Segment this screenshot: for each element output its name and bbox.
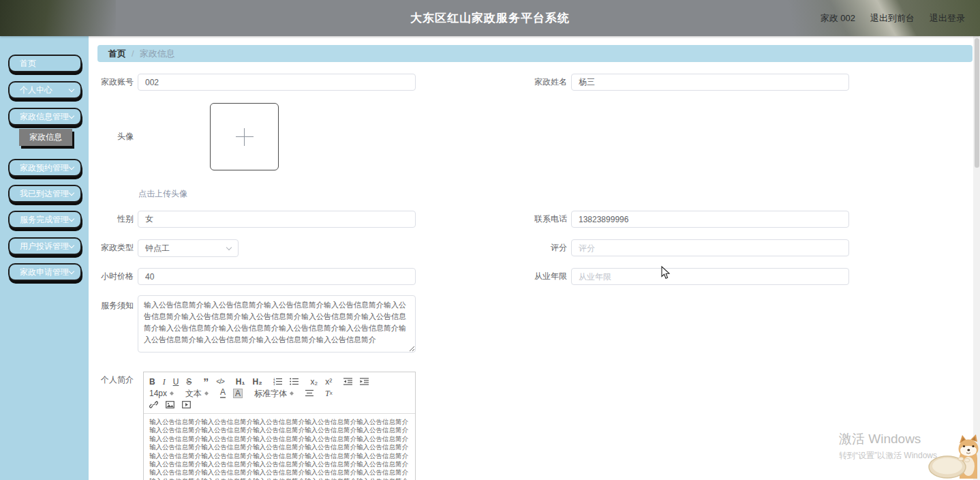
subscript-icon[interactable]: x₂: [310, 378, 318, 386]
profile-label: 个人简介: [79, 372, 134, 389]
font-family-select[interactable]: 标准字体: [254, 389, 294, 397]
chevron-down-icon: [69, 164, 74, 169]
avatar-label: 头像: [79, 128, 134, 145]
font-size-select[interactable]: 14px: [149, 389, 174, 397]
chevron-down-icon: [69, 112, 74, 118]
chevron-down-icon: [69, 86, 74, 91]
phone-label: 联系电话: [512, 211, 567, 228]
account-input[interactable]: [138, 74, 416, 91]
sidebar-item-home[interactable]: 首页: [8, 55, 82, 72]
superscript-icon[interactable]: x²: [325, 378, 332, 386]
heading1-icon[interactable]: H₁: [236, 378, 245, 386]
format-select[interactable]: 文本: [185, 389, 209, 397]
blockquote-icon[interactable]: ”: [203, 380, 209, 387]
text-color-icon[interactable]: A: [220, 388, 226, 398]
sidebar: 首页 个人中心 家政信息管理 家政信息 家政预约管理 我已到达管理 服务完成管理…: [0, 36, 89, 480]
code-icon[interactable]: </>: [216, 378, 224, 385]
svg-text:3: 3: [273, 382, 275, 385]
strikethrough-icon[interactable]: S: [186, 378, 192, 386]
rich-text-editor: B I U S ” </> H₁ H₂ 123 x₂ x²: [143, 372, 416, 480]
years-label: 从业年限: [512, 268, 567, 285]
highlight-color-icon[interactable]: A: [233, 389, 243, 398]
avatar-upload-hint[interactable]: 点击上传头像: [138, 188, 187, 200]
caret-updown-icon: [290, 389, 294, 397]
breadcrumb-home[interactable]: 首页: [108, 48, 126, 60]
sidebar-item-user-complaint-mgmt[interactable]: 用户投诉管理: [8, 237, 82, 255]
chevron-down-icon: [69, 190, 74, 195]
app-header: 大东区红山家政服务平台系统 家政 002 退出到前台 退出登录: [0, 0, 980, 36]
underline-icon[interactable]: U: [173, 378, 179, 386]
main-content: 首页 / 家政信息 家政账号 家政姓名 头像 点击上传头像 性别 联系电话 家政…: [89, 36, 973, 480]
bold-icon[interactable]: B: [149, 378, 155, 386]
link-icon[interactable]: [149, 401, 158, 408]
caret-down-icon: [226, 244, 232, 250]
price-label: 小时价格: [79, 268, 134, 285]
score-input[interactable]: [571, 239, 849, 256]
heading2-icon[interactable]: H₂: [252, 378, 262, 386]
sidebar-item-housekeeper-info-mgmt[interactable]: 家政信息管理: [8, 108, 82, 125]
bullet-list-icon[interactable]: [290, 378, 298, 385]
gender-input[interactable]: [138, 211, 416, 228]
plus-icon: [236, 128, 254, 146]
price-input[interactable]: [138, 268, 416, 285]
notice-label: 服务须知: [79, 297, 134, 314]
editor-content[interactable]: 输入公告信息简介输入公告信息简介输入公告信息简介输入公告信息简介输入公告信息简介…: [144, 414, 415, 480]
chevron-down-icon: [69, 242, 74, 247]
sidebar-item-service-complete-mgmt[interactable]: 服务完成管理: [8, 211, 82, 228]
outdent-icon[interactable]: [343, 378, 352, 385]
years-input[interactable]: [571, 268, 849, 285]
chevron-down-icon: [69, 215, 74, 221]
italic-icon[interactable]: I: [163, 378, 166, 386]
gender-label: 性别: [79, 211, 134, 228]
caret-updown-icon: [170, 389, 174, 397]
video-icon[interactable]: [182, 401, 191, 408]
breadcrumb-separator: /: [132, 48, 134, 59]
image-icon[interactable]: [166, 401, 174, 408]
scrollbar-track: [973, 36, 980, 480]
type-label: 家政类型: [79, 239, 134, 256]
sidebar-item-housekeeper-apply-mgmt[interactable]: 家政申请管理: [8, 263, 82, 281]
name-label: 家政姓名: [512, 74, 567, 91]
sidebar-item-personal-center[interactable]: 个人中心: [8, 81, 82, 99]
ordered-list-icon[interactable]: 123: [273, 378, 282, 385]
exit-to-front-link[interactable]: 退出到前台: [870, 12, 915, 25]
phone-input[interactable]: [571, 211, 849, 228]
editor-toolbar: B I U S ” </> H₁ H₂ 123 x₂ x²: [144, 372, 415, 414]
score-label: 评分: [512, 239, 567, 256]
breadcrumb: 首页 / 家政信息: [97, 45, 973, 62]
indent-icon[interactable]: [360, 378, 369, 385]
sidebar-item-arrived-mgmt[interactable]: 我已到达管理: [8, 185, 82, 202]
sidebar-subitem-housekeeper-info[interactable]: 家政信息: [19, 129, 72, 146]
clear-format-icon[interactable]: Tx: [325, 389, 333, 397]
name-input[interactable]: [571, 74, 849, 91]
dog-sticker: [928, 434, 980, 480]
logout-link[interactable]: 退出登录: [930, 12, 965, 25]
caret-updown-icon: [204, 389, 209, 397]
notice-textarea[interactable]: 输入公告信息简介输入公告信息简介输入公告信息简介输入公告信息简介输入公告信息简介…: [138, 295, 416, 352]
line-height-icon[interactable]: [305, 389, 313, 397]
chevron-down-icon: [69, 268, 74, 273]
type-select[interactable]: 钟点工: [138, 239, 239, 257]
scrollbar-thumb[interactable]: [975, 38, 979, 168]
sidebar-item-reservation-mgmt[interactable]: 家政预约管理: [8, 159, 82, 177]
header-user: 家政 002: [821, 12, 855, 25]
account-label: 家政账号: [79, 74, 134, 91]
avatar-upload-box[interactable]: [210, 103, 279, 170]
breadcrumb-current: 家政信息: [140, 48, 175, 60]
header-links: 家政 002 退出到前台 退出登录: [821, 0, 965, 36]
